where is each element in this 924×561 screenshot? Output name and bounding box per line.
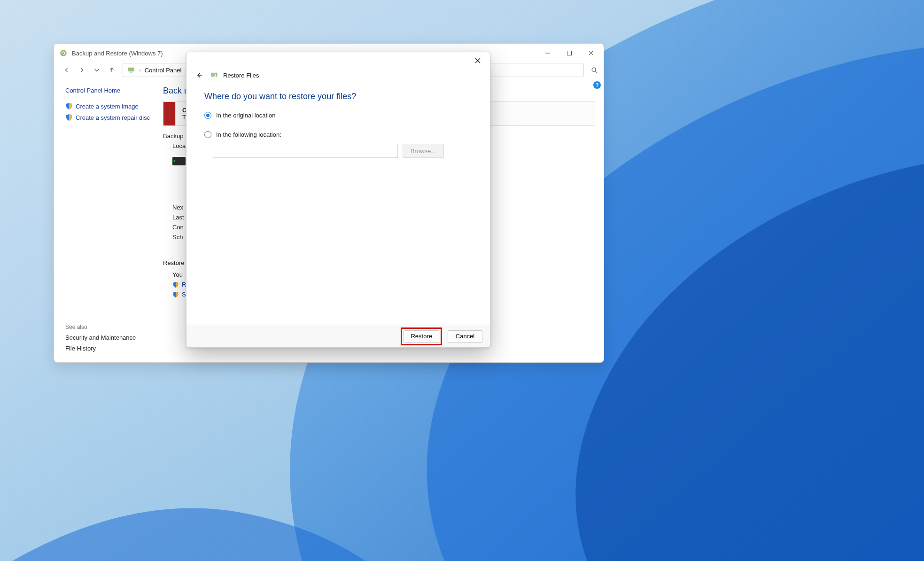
nav-back-button[interactable] [60, 63, 74, 77]
radio-icon [204, 112, 211, 119]
svg-rect-2 [567, 51, 572, 55]
create-system-image-link[interactable]: Create a system image [65, 102, 156, 110]
control-panel-home-link[interactable]: Control Panel Home [65, 87, 156, 94]
dialog-title: Restore Files [223, 72, 259, 79]
nav-recent-button[interactable] [90, 63, 104, 77]
restore-button[interactable]: Restore [404, 330, 439, 343]
security-maintenance-link[interactable]: Security and Maintenance [65, 334, 156, 341]
radio-original-location[interactable]: In the original location [204, 112, 472, 119]
drive-icon [172, 157, 186, 165]
shield-icon [172, 291, 179, 298]
svg-rect-5 [128, 68, 134, 71]
dialog-close-button[interactable] [468, 54, 487, 67]
shield-icon [65, 114, 73, 121]
radio-following-location[interactable]: In the following location: [204, 131, 472, 138]
breadcrumb-sep-icon: › [139, 67, 141, 73]
restore-files-dialog: Restore Files Where do you want to resto… [186, 52, 490, 348]
maximize-button[interactable] [559, 46, 580, 60]
location-input[interactable] [213, 144, 398, 158]
nav-up-button[interactable] [105, 63, 119, 77]
help-icon[interactable]: ? [593, 81, 601, 89]
dialog-footer: Restore Cancel [186, 325, 490, 347]
sidebar: Control Panel Home Create a system image… [54, 79, 163, 362]
window-controls [537, 46, 602, 60]
restore-link-label: S [182, 291, 186, 298]
restore-files-icon [210, 71, 218, 79]
restore-highlight: Restore [401, 327, 442, 345]
radio-icon [204, 131, 211, 138]
sidebar-link-label: Create a system repair disc [76, 114, 150, 121]
next-label: Nex [172, 204, 183, 211]
location-label: Loca [172, 142, 186, 149]
radio-label: In the original location [216, 112, 275, 119]
last-label: Last [172, 214, 184, 221]
create-repair-disc-link[interactable]: Create a system repair disc [65, 114, 156, 121]
contents-label: Con [172, 224, 184, 231]
search-button[interactable] [588, 63, 601, 77]
sidebar-link-label: Create a system image [76, 103, 139, 110]
svg-line-8 [596, 71, 598, 73]
dialog-header: Restore Files [186, 69, 490, 83]
restore-link-label: R [182, 281, 186, 288]
nav-forward-button[interactable] [75, 63, 89, 77]
dialog-back-button[interactable] [193, 69, 205, 81]
pc-icon [127, 66, 135, 74]
backup-restore-icon [59, 48, 68, 58]
dialog-heading: Where do you want to restore your files? [204, 92, 472, 101]
close-button[interactable] [580, 46, 602, 60]
svg-rect-6 [130, 72, 132, 73]
error-bar [163, 101, 175, 126]
window-title: Backup and Restore (Windows 7) [72, 50, 163, 57]
svg-point-0 [60, 50, 67, 56]
shield-icon [172, 281, 179, 288]
dialog-topbar [186, 52, 490, 69]
minimize-button[interactable] [537, 46, 559, 60]
svg-rect-12 [211, 73, 217, 77]
radio-label: In the following location: [216, 131, 281, 138]
breadcrumb-item[interactable]: Control Panel [145, 67, 182, 74]
shield-icon [65, 102, 73, 110]
file-history-link[interactable]: File History [65, 345, 156, 352]
see-also-header: See also [65, 324, 156, 330]
browse-button[interactable]: Browse... [403, 144, 444, 158]
dialog-body: Where do you want to restore your files?… [186, 83, 490, 325]
schedule-label: Sch [172, 234, 183, 241]
backup-label: Backup [163, 132, 183, 140]
svg-point-7 [592, 68, 596, 71]
cancel-button[interactable]: Cancel [448, 330, 482, 343]
